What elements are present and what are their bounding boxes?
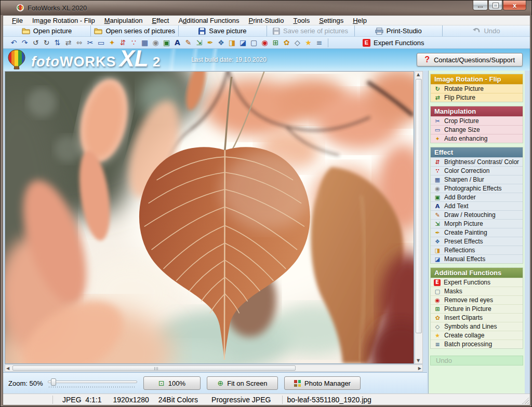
item-label: Color Correction (444, 167, 489, 174)
sidebar-item-expert-functions[interactable]: EExpert Functions (431, 278, 523, 287)
rotate-page-left-icon[interactable]: ↶ (8, 38, 19, 48)
create-collage-icon[interactable]: ★ (303, 38, 314, 48)
sidebar-item-create-collage[interactable]: ★Create collage (431, 331, 523, 340)
sidebar-item-manual-effects[interactable]: ◪Manual Effects (431, 254, 523, 263)
horizontal-scrollbar[interactable]: ◀ ▶ (5, 364, 423, 372)
sidebar-item-crop-picture[interactable]: ✂Crop Picture (431, 116, 523, 125)
sidebar-item-add-border[interactable]: ▣Add Border (431, 193, 523, 201)
save-series-label: Save serie of pictures (283, 27, 348, 35)
sidebar-item-brightness-contrast-color[interactable]: ⇵Brightness/ Contrast/ Color (431, 157, 523, 166)
undo-button[interactable]: Undo (443, 25, 530, 36)
sidebar-item-rotate-picture[interactable]: ↻Rotate Picture (431, 84, 523, 93)
close-button[interactable]: x (503, 1, 526, 10)
fit-on-screen-button[interactable]: ⊕ Fit on Screen (207, 376, 278, 390)
remove-red-eyes-icon[interactable]: ◉ (259, 38, 270, 48)
scroll-right-icon[interactable]: ▶ (418, 366, 421, 371)
question-mark-icon: ? (424, 55, 430, 64)
menu-manipulation[interactable]: Manipulation (100, 16, 148, 25)
save-picture-button[interactable]: Save picture (179, 25, 267, 36)
rotate-ccw-icon[interactable]: ↺ (30, 38, 41, 48)
menu-effect[interactable]: Effect (147, 16, 174, 25)
scroll-down-icon[interactable]: ▼ (417, 358, 420, 363)
auto-enhance-icon[interactable]: ✦ (107, 38, 117, 48)
resize-grip[interactable] (522, 397, 529, 404)
menu-image-rotation-flip[interactable]: Image Rotation - Flip (28, 16, 100, 25)
sidebar-item-draw-retouching[interactable]: ✎Draw / Retouching (431, 210, 523, 219)
reflections-icon[interactable]: ◨ (227, 38, 237, 48)
open-series-button[interactable]: Open series of pictures (91, 25, 179, 36)
sidebar-item-auto-enhancing[interactable]: ✦Auto enhancing (431, 134, 523, 143)
expert-functions-button[interactable]: E Expert Functions (363, 39, 424, 47)
sidebar-item-batch-processing[interactable]: ≡Batch processing (431, 340, 523, 348)
sidebar-item-symbols-and-lines[interactable]: ◇Symbols and Lines (431, 322, 523, 331)
save-series-button[interactable]: Save serie of pictures (267, 25, 355, 36)
vertical-scroll-thumb[interactable] (416, 79, 422, 333)
insert-cliparts-icon[interactable]: ✿ (281, 38, 292, 48)
horizontal-scroll-thumb[interactable] (12, 365, 296, 371)
sidebar-item-color-correction[interactable]: ∵Color Correction (431, 166, 523, 175)
sidebar-item-insert-cliparts[interactable]: ✿Insert Cliparts (431, 313, 523, 322)
save-icon (198, 28, 206, 35)
morph-picture-icon[interactable]: ⇲ (194, 38, 205, 48)
vertical-scrollbar[interactable]: ▲ ▼ (415, 71, 423, 364)
leaf-photo (5, 72, 414, 363)
sidebar-item-photographic-effects[interactable]: ◉Photographic Effects (431, 184, 523, 193)
sidebar-item-picture-in-picture[interactable]: ⊞Picture in Picture (431, 304, 523, 313)
preset-effects-icon[interactable]: ❖ (216, 38, 227, 48)
zoom-slider-track[interactable] (48, 381, 137, 383)
zoom-slider-thumb[interactable] (51, 378, 56, 386)
menu-settings[interactable]: Settings (314, 16, 348, 25)
manual-effects-icon[interactable]: ◪ (237, 38, 248, 48)
add-border-icon: ▣ (434, 195, 441, 200)
rotate-180-icon[interactable]: ⇅ (52, 38, 63, 48)
menu-help[interactable]: Help (348, 16, 371, 25)
zoom-100-button[interactable]: ⊡ 100% (143, 376, 201, 390)
batch-processing-icon[interactable]: ≡ (314, 38, 325, 48)
draw-retouching-icon[interactable]: ✎ (183, 38, 194, 48)
title-bar[interactable]: FotoWorks XL 2020 x (1, 1, 532, 15)
minimize-button[interactable] (473, 1, 488, 10)
brand-2: 2 (153, 54, 160, 70)
sidebar-undo-button[interactable]: Undo (430, 356, 523, 365)
picture-in-picture-icon[interactable]: ⊞ (270, 38, 281, 48)
add-border-icon[interactable]: ▣ (161, 38, 172, 48)
maximize-button[interactable] (488, 1, 502, 10)
photo-manager-button[interactable]: Photo Manager (284, 376, 361, 390)
menu-file[interactable]: File (7, 16, 28, 25)
scroll-left-icon[interactable]: ◀ (6, 366, 9, 371)
build-date: Last build date: 19.10.2020 (191, 56, 267, 63)
sidebar-item-preset-effects[interactable]: ❖Preset Effects (431, 237, 523, 246)
sidebar-item-sharpen-blur[interactable]: ▦Sharpen / Blur (431, 175, 523, 184)
sidebar-item-remove-red-eyes[interactable]: ◉Remove red eyes (431, 295, 523, 304)
sidebar-item-add-text[interactable]: AAdd Text (431, 201, 523, 210)
flip-3d-icon[interactable]: ⇄ (63, 38, 74, 48)
crop-icon[interactable]: ✂ (85, 38, 96, 48)
scroll-up-icon[interactable]: ▲ (417, 72, 420, 77)
print-studio-button[interactable]: Print-Studio (355, 25, 443, 36)
sidebar-item-flip-picture[interactable]: ⇄Flip Picture (431, 93, 523, 102)
photographic-effects-icon[interactable]: ◉ (150, 38, 161, 48)
rotate-cw-icon[interactable]: ↻ (41, 38, 52, 48)
photo-canvas[interactable] (5, 71, 414, 364)
flip-horizontal-icon[interactable]: ⇔ (74, 38, 85, 48)
sidebar-item-change-size[interactable]: ▭Change Size (431, 125, 523, 134)
create-painting-icon[interactable]: ✒ (205, 38, 216, 48)
sidebar-item-masks[interactable]: ▢Masks (431, 287, 523, 295)
sidebar-item-create-painting[interactable]: ✒Create Painting (431, 228, 523, 237)
change-size-icon[interactable]: ▭ (96, 38, 107, 48)
sidebar-item-morph-picture[interactable]: ⇲Morph Picture (431, 219, 523, 228)
contact-support-button[interactable]: ? Contact/Questions/Support (417, 53, 523, 66)
symbols-lines-icon[interactable]: ◇ (292, 38, 303, 48)
masks-icon[interactable]: ▢ (248, 38, 259, 48)
menu-additional-functions[interactable]: Additional Functions (174, 16, 244, 25)
add-text-icon[interactable]: A (172, 38, 183, 48)
menu-print-studio[interactable]: Print-Studio (244, 16, 288, 25)
menu-tools[interactable]: Tools (288, 16, 314, 25)
open-picture-button[interactable]: Open picture (3, 25, 91, 36)
client-area: File Image Rotation - Flip Manipulation … (3, 15, 530, 405)
rotate-page-right-icon[interactable]: ↷ (19, 38, 30, 48)
sidebar-item-reflections[interactable]: ◨Reflections (431, 246, 523, 254)
folder-open-icon (94, 28, 102, 34)
zoom-slider[interactable] (48, 378, 137, 388)
item-label: Picture in Picture (444, 305, 491, 313)
